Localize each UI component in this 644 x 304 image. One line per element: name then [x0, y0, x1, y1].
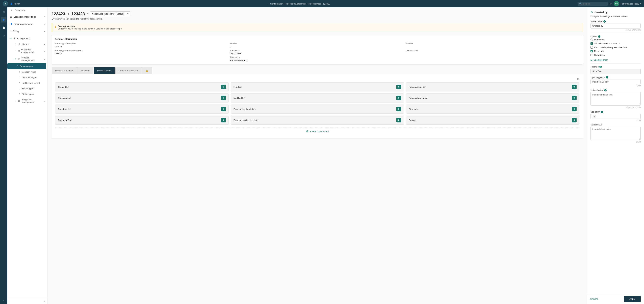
fieldtype-info-icon[interactable]: i	[600, 66, 602, 68]
field-settings-icon-start-date[interactable]: ⚙	[572, 107, 576, 111]
sidebar-icon-docs[interactable]: 📄	[1, 25, 6, 30]
field-settings-icon-created-by[interactable]: ⚙	[221, 85, 226, 89]
new-column-area-button[interactable]: ⊕ + New column area	[55, 127, 580, 135]
field-name-handled: Handled	[234, 86, 242, 88]
tab-locked[interactable]: 🔒	[142, 67, 152, 74]
field-card-subject[interactable]: Subject ⚙	[406, 116, 580, 125]
user-dropdown-arrow[interactable]: ▾	[640, 2, 641, 5]
sidebar-item-dashboard[interactable]: ⊞ Dashboard	[8, 7, 48, 13]
tab-process-layout[interactable]: Process layout	[94, 67, 115, 74]
page-subtitle: Overhere you can set up the rest of the …	[52, 17, 583, 20]
sidebar-icon-users[interactable]: 👤	[1, 17, 6, 22]
sidebar-group-user: 👤 User management ›	[8, 20, 48, 28]
input-suggestion-info-icon[interactable]: i	[606, 76, 608, 79]
sidebar-item-processtypes[interactable]: □ Processtypes	[8, 63, 46, 69]
field-card-date-handled[interactable]: Date handled ⚙	[55, 105, 229, 114]
options-info-icon[interactable]: i	[598, 35, 600, 38]
field-settings-icon-planned-service-end-date[interactable]: ⚙	[396, 118, 401, 123]
grid-layout-icon[interactable]: ⊞	[577, 77, 580, 80]
field-settings-icon-subject[interactable]: ⚙	[572, 118, 576, 123]
field-settings-icon-date-modified[interactable]: ⚙	[221, 118, 226, 123]
field-card-planned-service-end-date[interactable]: Planned service end date ⚙	[231, 116, 404, 125]
field-settings-icon-handled[interactable]: ⚙	[396, 85, 401, 89]
search-box[interactable]: 🔍	[578, 2, 608, 6]
document-types-label: Document types	[22, 76, 38, 79]
sidebar-item-status-types[interactable]: □ Status types	[8, 91, 48, 97]
show-creation-info-icon[interactable]: i	[620, 42, 620, 45]
option-show-creation: Show in creation screen i	[590, 42, 641, 45]
user-name: Performance Test1	[620, 2, 639, 5]
field-settings-icon-process-type-name[interactable]: ⚙	[572, 96, 576, 100]
default-value-textarea[interactable]	[590, 127, 641, 140]
open-list-order-link[interactable]: ☰ Open list order	[590, 59, 641, 61]
input-suggestion-input[interactable]	[590, 79, 641, 84]
billing-arrow: ›	[44, 30, 45, 32]
apply-button[interactable]: Apply	[624, 296, 641, 302]
plus-circle-icon: ⊕	[306, 130, 308, 133]
field-card-handled[interactable]: Handled ⚙	[231, 82, 404, 91]
visible-name-group: Visible name* i 10/80 Characters	[590, 20, 641, 31]
sidebar-item-configuration[interactable]: ▼ ⚙ Configuration	[8, 35, 48, 41]
decision-types-label: Decision types	[22, 71, 36, 73]
field-card-process-identifier[interactable]: Process identifier ⚙	[406, 82, 580, 91]
instruction-text-textarea[interactable]	[590, 92, 641, 106]
language-value: Nederlands (Nederland) (Default)	[92, 12, 124, 15]
field-card-modified-by[interactable]: Modified by ⚙	[231, 93, 404, 103]
sidebar-icon-home[interactable]: ⊞	[2, 9, 6, 14]
cancel-button[interactable]: Cancel	[590, 298, 598, 300]
language-dropdown[interactable]: Nederlands (Nederland) (Default) ▾	[90, 11, 130, 16]
sidebar-item-result-types[interactable]: □ Result types	[8, 86, 48, 91]
sidebar-expand-btn[interactable]: »	[3, 299, 4, 301]
sidebar-item-org-settings[interactable]: ⊞ Organizational settings ›	[8, 14, 48, 20]
sidebar-icon-grid[interactable]: ⊡	[2, 33, 6, 38]
use-length-info-icon[interactable]: i	[601, 111, 603, 113]
info-row-created-by: Created by Performance Test1	[230, 56, 404, 62]
show-list-checkbox[interactable]	[590, 54, 593, 56]
default-value-label: Default value	[590, 124, 641, 126]
field-card-date-created[interactable]: Date created ⚙	[55, 93, 229, 103]
field-card-date-modified[interactable]: Date modified ⚙	[55, 116, 229, 125]
show-creation-checkbox[interactable]	[590, 42, 593, 45]
visible-name-info-icon[interactable]: i	[604, 20, 606, 23]
use-length-input[interactable]	[590, 114, 641, 119]
field-settings-icon-modified-by[interactable]: ⚙	[396, 96, 401, 100]
settings-icon[interactable]: ⚙	[610, 2, 612, 5]
back-arrow[interactable]: ←	[268, 2, 270, 5]
field-settings-icon-process-identifier[interactable]: ⚙	[572, 85, 576, 89]
instruction-text-info-icon[interactable]: i	[604, 89, 606, 91]
sidebar-item-library[interactable]: › ⊞ Library ›	[8, 41, 48, 47]
read-only-checkbox[interactable]	[590, 50, 593, 52]
default-value-group: Default value 0/100	[590, 124, 641, 143]
sidebar-item-profiles-layout[interactable]: □ Profiles and layout	[8, 80, 48, 86]
sidebar-item-user-management[interactable]: 👤 User management ›	[8, 21, 48, 27]
visible-name-input[interactable]	[590, 23, 641, 28]
use-length-label: Use length i	[590, 111, 641, 113]
user-avatar[interactable]: PE Performance Test1 ▾	[614, 1, 641, 6]
sidebar-item-document-management[interactable]: › □ Document management ›	[8, 47, 48, 55]
tab-relations[interactable]: Relations	[77, 67, 93, 74]
config-label: Configuration	[17, 37, 30, 40]
process-mgmt-collapse-icon: ▼	[15, 58, 17, 60]
field-settings-icon-date-handled[interactable]: ⚙	[221, 107, 226, 111]
sidebar-item-document-types[interactable]: □ Document types	[8, 75, 48, 80]
field-card-created-by[interactable]: Created by ⚙	[55, 82, 229, 91]
sidebar-item-integration-management[interactable]: › ⊞ Integration management ›	[8, 97, 48, 105]
sidebar-collapse-btn[interactable]: «	[44, 300, 45, 302]
field-card-planned-legal-end-date[interactable]: Planned legal end date ⚙	[231, 105, 404, 114]
field-name-process-identifier: Process identifier	[409, 86, 426, 88]
sidebar-item-process-management[interactable]: ▼ □ Process management ›	[8, 55, 48, 63]
integration-mgmt-label: Integration management	[22, 98, 42, 103]
search-input[interactable]	[583, 2, 603, 5]
field-settings-icon-date-created[interactable]: ⚙	[221, 96, 226, 100]
sidebar-item-decision-types[interactable]: □ Decision types	[8, 69, 48, 75]
org-settings-label: Organizational settings	[14, 15, 36, 18]
mandatory-radio[interactable]	[590, 38, 593, 41]
privacy-sensitive-checkbox[interactable]	[590, 46, 593, 49]
field-card-start-date[interactable]: Start date ⚙	[406, 105, 580, 114]
alert-text: Currently, you're looking at the concept…	[58, 27, 122, 30]
field-settings-icon-planned-legal-end-date[interactable]: ⚙	[396, 107, 401, 111]
tab-process-properties[interactable]: Process properties	[52, 67, 77, 74]
sidebar-item-billing[interactable]: □ Billing ›	[8, 28, 48, 34]
tab-phases-checklists[interactable]: Phases & checklists	[116, 67, 142, 74]
field-card-process-type-name[interactable]: Process type name ⚙	[406, 93, 580, 103]
